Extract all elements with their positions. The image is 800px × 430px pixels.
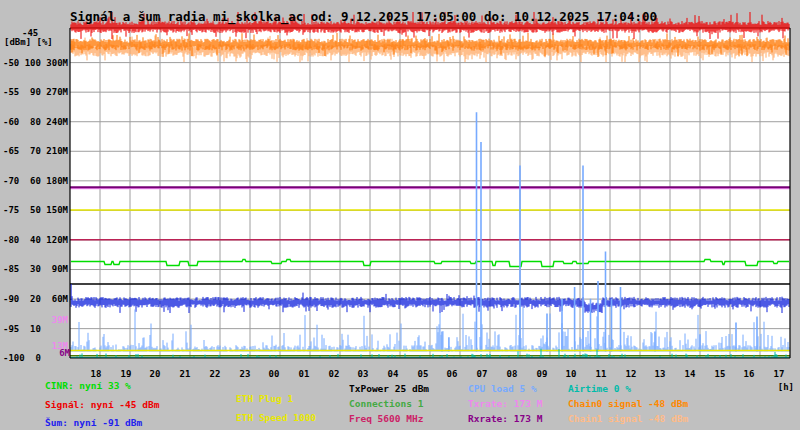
signal-noise-graph-page: Signál a šum radia mi_skolka_ac od: 9.12… [0, 0, 800, 430]
legend-item: ETH Plug 1 [236, 394, 293, 404]
y-axis-unit-label: [dBm] [%] [4, 37, 53, 47]
x-axis-hour-12: 12 [619, 369, 643, 379]
x-axis-hour-21: 21 [173, 369, 197, 379]
x-axis-hour-05: 05 [411, 369, 435, 379]
legend-item: Šum: nyní -91 dBm [45, 418, 142, 428]
x-axis-hour-09: 09 [530, 369, 554, 379]
legend-item: Connections 1 [349, 399, 423, 409]
x-axis-hour-07: 07 [470, 369, 494, 379]
x-axis-hour-13: 13 [648, 369, 672, 379]
x-axis-hour-19: 19 [114, 369, 138, 379]
x-axis-hour-16: 16 [737, 369, 761, 379]
x-axis-hour-00: 00 [262, 369, 286, 379]
legend-item: Freq 5600 MHz [349, 414, 423, 424]
legend-item: Signál: nyní -45 dBm [45, 400, 159, 410]
legend-item: Airtime 0 % [568, 384, 631, 394]
legend-item: ETH Speed 1000 [236, 413, 316, 423]
x-axis-hour-23: 23 [233, 369, 257, 379]
x-axis-hour-10: 10 [559, 369, 583, 379]
x-axis-hour-11: 11 [589, 369, 613, 379]
x-axis-hour-04: 04 [381, 369, 405, 379]
x-axis-hour-22: 22 [203, 369, 227, 379]
x-axis-hour-03: 03 [351, 369, 375, 379]
y-axis-row: -55 90 270M [3, 87, 68, 97]
y-axis-row: -60 80 240M [3, 117, 68, 127]
x-axis-hour-14: 14 [678, 369, 702, 379]
y-axis-row: -80 40 120M [3, 235, 68, 245]
x-axis-unit-label: [h] [770, 382, 794, 392]
legend-item: Rxrate: 173 M [468, 414, 542, 424]
legend-item: Chain0 signal -48 dBm [568, 399, 688, 409]
y-axis-row: -90 20 60M [3, 294, 68, 304]
y-axis-row: -70 60 180M [3, 176, 68, 186]
legend-item: CINR: nyní 33 % [45, 381, 131, 391]
legend-item: CPU load 5 % [468, 384, 537, 394]
x-axis-hour-20: 20 [143, 369, 167, 379]
y-axis-row: -75 50 150M [3, 205, 68, 215]
graph-title: Signál a šum radia mi_skolka_ac od: 9.12… [70, 9, 657, 24]
legend-item: Chain1 signal -48 dBm [568, 414, 688, 424]
x-axis-hour-06: 06 [440, 369, 464, 379]
y-axis-row: -65 70 210M [3, 146, 68, 156]
y-axis-row: -50 100 300M [3, 58, 68, 68]
x-axis-hour-02: 02 [322, 369, 346, 379]
x-axis-hour-15: 15 [708, 369, 732, 379]
rate-mark-6M: 6M [40, 348, 70, 358]
rate-mark-39M: 39M [40, 315, 68, 325]
y-axis-row: -95 10 [3, 324, 68, 334]
x-axis-hour-08: 08 [500, 369, 524, 379]
legend-item: Txrate: 173 M [468, 399, 542, 409]
y-axis-row: -85 30 90M [3, 264, 68, 274]
signal-noise-chart [0, 0, 800, 430]
x-axis-hour-17: 17 [767, 369, 791, 379]
x-axis-hour-18: 18 [84, 369, 108, 379]
x-axis-hour-01: 01 [292, 369, 316, 379]
legend-item: TxPower 25 dBm [349, 384, 429, 394]
